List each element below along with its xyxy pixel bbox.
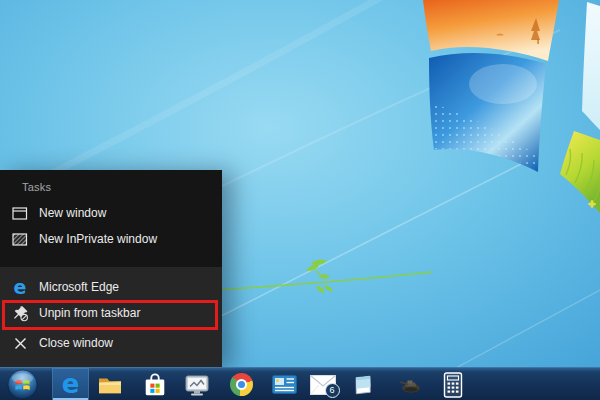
taskbar-item-system-monitor[interactable] xyxy=(183,371,210,398)
menu-item-label: Microsoft Edge xyxy=(39,280,119,294)
news-card-app-icon xyxy=(272,375,297,394)
menu-item-label: New InPrivate window xyxy=(39,232,157,246)
taskbar-item-news-app[interactable] xyxy=(271,371,298,398)
new-window-icon xyxy=(11,204,29,222)
taskbar-item-chrome[interactable] xyxy=(228,371,255,398)
tasks-section-header: Tasks xyxy=(0,179,222,200)
mail-icon: 6 xyxy=(310,375,336,395)
game-app-icon xyxy=(397,376,423,394)
taskbar-item-calculator[interactable] xyxy=(439,371,466,398)
windows-start-orb-icon xyxy=(7,369,38,400)
edge-logo-icon: e xyxy=(11,278,29,296)
taskbar-item-store[interactable] xyxy=(141,371,168,398)
start-button[interactable] xyxy=(7,369,38,400)
desktop: Tasks New window xyxy=(0,0,600,400)
mail-unread-badge: 6 xyxy=(325,383,340,398)
taskbar-item-notepad[interactable] xyxy=(349,371,376,398)
close-icon xyxy=(11,334,29,352)
taskbar-item-edge[interactable]: e xyxy=(52,368,89,400)
chrome-icon xyxy=(230,373,253,396)
taskbar-item-file-explorer[interactable] xyxy=(96,371,123,398)
menu-item-close-window[interactable]: Close window xyxy=(0,330,222,356)
file-explorer-icon xyxy=(97,374,123,396)
edge-jumplist-menu: Tasks New window xyxy=(0,170,222,367)
menu-item-label: Close window xyxy=(39,336,113,350)
menu-item-new-window[interactable]: New window xyxy=(0,200,222,226)
inprivate-window-icon xyxy=(11,230,29,248)
taskbar-item-game[interactable] xyxy=(396,371,423,398)
menu-item-microsoft-edge[interactable]: e Microsoft Edge xyxy=(0,274,222,300)
menu-item-unpin-from-taskbar[interactable]: Unpin from taskbar xyxy=(0,300,222,326)
menu-item-label: New window xyxy=(39,206,106,220)
calculator-icon xyxy=(442,372,464,398)
menu-item-label: Unpin from taskbar xyxy=(39,306,140,320)
jumplist-tasks-section: Tasks New window xyxy=(0,170,222,267)
menu-item-new-inprivate-window[interactable]: New InPrivate window xyxy=(0,226,222,252)
unpin-icon xyxy=(11,304,29,322)
notepad-icon xyxy=(351,373,375,397)
system-monitor-icon xyxy=(184,373,210,397)
jumplist-app-section: e Microsoft Edge Unpin from taskbar xyxy=(0,267,222,367)
taskbar-item-mail[interactable]: 6 xyxy=(309,371,336,398)
edge-taskbar-icon: e xyxy=(62,371,80,397)
store-icon xyxy=(142,372,168,398)
taskbar: e xyxy=(0,367,600,400)
